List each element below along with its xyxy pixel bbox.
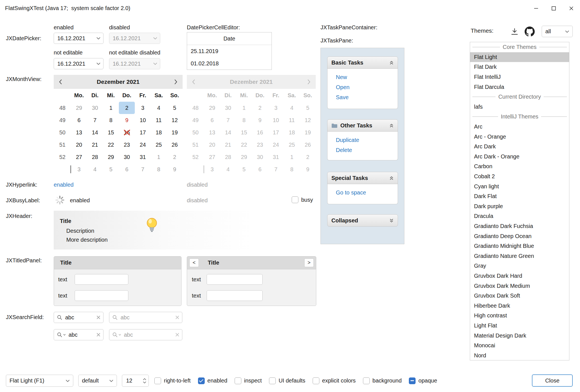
calendar-day[interactable]: 22 xyxy=(103,139,119,151)
theme-item[interactable]: Arc Dark xyxy=(470,142,569,152)
next-month-button[interactable] xyxy=(174,79,178,85)
calendar-day[interactable]: 2 xyxy=(119,102,135,114)
calendar-day[interactable]: 13 xyxy=(71,126,87,139)
calendar-day[interactable]: 15 xyxy=(103,126,119,139)
theme-list[interactable]: Core ThemesFlat LightFlat DarkFlat Intel… xyxy=(470,42,569,360)
checkbox-ui-defaults-wrap[interactable]: UI defaults xyxy=(269,377,305,384)
clear-icon[interactable] xyxy=(96,315,100,319)
calendar-day[interactable]: 1 xyxy=(151,151,167,163)
calendar-day[interactable]: 7 xyxy=(87,114,103,126)
chevron-up-icon[interactable] xyxy=(143,378,146,380)
search-dropdown-icon[interactable] xyxy=(57,332,66,338)
text-input[interactable] xyxy=(207,290,263,301)
prev-month-button[interactable] xyxy=(59,79,62,85)
calendar-day[interactable]: 4 xyxy=(87,163,103,175)
calendar-day[interactable]: 28 xyxy=(87,151,103,163)
font-size-spinner[interactable]: 12 xyxy=(122,375,149,387)
taskpane-header[interactable]: Special Tasks xyxy=(327,172,398,184)
text-input[interactable] xyxy=(75,274,128,285)
calendar-day[interactable]: 27 xyxy=(71,151,87,163)
chevron-double-up-icon[interactable] xyxy=(389,176,394,180)
chevron-down-icon[interactable] xyxy=(143,381,146,383)
calendar-day[interactable]: 20 xyxy=(71,139,87,151)
calendar-day[interactable]: 23 xyxy=(119,139,135,151)
explicit-colors-checkbox[interactable] xyxy=(313,377,319,384)
calendar-day[interactable]: 17 xyxy=(135,126,151,139)
theme-item[interactable]: Dracula xyxy=(470,211,569,221)
calendar-day[interactable]: 16 xyxy=(119,126,135,139)
calendar-day[interactable]: 11 xyxy=(151,114,167,126)
calendar-day[interactable]: 26 xyxy=(167,139,183,151)
theme-item[interactable]: Nord xyxy=(470,350,569,360)
checkbox-explicit-colors-wrap[interactable]: explicit colors xyxy=(313,377,356,384)
chevron-down-icon[interactable] xyxy=(94,63,103,65)
theme-item[interactable]: Flat Dark xyxy=(470,62,569,72)
calendar-day[interactable]: 19 xyxy=(167,126,183,139)
theme-item[interactable]: Light Flat xyxy=(470,321,569,331)
theme-item[interactable]: Material Design Dark xyxy=(470,331,569,341)
themes-filter-combo[interactable]: all xyxy=(542,26,573,37)
clear-icon[interactable] xyxy=(96,333,100,337)
taskpane-header[interactable]: Basic Tasks xyxy=(327,56,398,69)
text-input[interactable] xyxy=(75,290,128,301)
theme-item[interactable]: Gradianto Deep Ocean xyxy=(470,231,569,241)
theme-item[interactable]: Cyan light xyxy=(470,181,569,191)
task-link-go-to-space[interactable]: Go to space xyxy=(336,187,398,198)
calendar-day[interactable]: 30 xyxy=(119,151,135,163)
maximize-button[interactable] xyxy=(545,0,562,16)
calendar-day[interactable]: 12 xyxy=(167,114,183,126)
task-link-delete[interactable]: Delete xyxy=(336,145,398,155)
searchfield-2[interactable]: abc xyxy=(109,312,182,323)
close-window-button[interactable] xyxy=(562,0,580,16)
calendar-day[interactable]: 30 xyxy=(87,102,103,114)
calendar-day[interactable]: 6 xyxy=(71,114,87,126)
laf-combo[interactable]: Flat Light (F1) xyxy=(6,375,73,387)
theme-item[interactable]: High contrast xyxy=(470,311,569,321)
theme-item[interactable]: Dark purple xyxy=(470,201,569,212)
task-link-open[interactable]: Open xyxy=(336,82,398,92)
calendar-day[interactable]: 24 xyxy=(135,139,151,151)
close-dialog-button[interactable]: Close xyxy=(532,374,573,387)
minimize-button[interactable] xyxy=(527,0,545,16)
clear-icon[interactable] xyxy=(175,333,179,337)
busy-checkbox[interactable] xyxy=(292,196,298,203)
calendar-day[interactable]: 21 xyxy=(87,139,103,151)
enabled-checkbox[interactable] xyxy=(198,377,205,384)
theme-item[interactable]: Flat Light xyxy=(470,52,569,62)
chevron-double-down-icon[interactable] xyxy=(389,218,394,223)
spinner-buttons[interactable] xyxy=(143,378,146,383)
busy-checkbox-wrap[interactable]: busy xyxy=(292,196,313,203)
text-input[interactable] xyxy=(207,274,263,285)
table-row[interactable]: 25.11.2019 xyxy=(187,45,272,57)
calendar-day[interactable]: 4 xyxy=(151,102,167,114)
theme-item[interactable]: Hiberbee Dark xyxy=(470,301,569,311)
font-family-combo[interactable]: default xyxy=(78,375,117,387)
theme-item[interactable]: Monocai xyxy=(470,341,569,351)
theme-item[interactable]: Gruvbox Dark Soft xyxy=(470,291,569,301)
theme-item[interactable]: Gradianto Dark Fuchsia xyxy=(470,221,569,231)
theme-item[interactable]: Arc xyxy=(470,122,569,132)
calendar-day[interactable]: 14 xyxy=(87,126,103,139)
searchfield-4[interactable]: abc xyxy=(109,329,182,340)
calendar-day[interactable]: 10 xyxy=(135,114,151,126)
hyperlink-enabled[interactable]: enabled xyxy=(54,182,74,188)
table-row[interactable]: 01.02.2018 xyxy=(187,57,272,70)
datepicker-enabled[interactable]: 16.12.2021 xyxy=(54,33,103,44)
chevron-down-icon[interactable] xyxy=(94,37,103,39)
calendar-day[interactable]: 8 xyxy=(103,114,119,126)
datepicker-not-editable[interactable]: 16.12.2021 xyxy=(54,58,103,69)
theme-item[interactable]: Dark Flat xyxy=(470,191,569,201)
titledpanel-right-button[interactable]: > xyxy=(304,258,314,267)
clear-icon[interactable] xyxy=(175,315,179,319)
calendar-day[interactable]: 3 xyxy=(135,102,151,114)
calendar-day[interactable]: 5 xyxy=(167,102,183,114)
calendar-day[interactable]: 25 xyxy=(151,139,167,151)
taskpane-header[interactable]: Other Tasks xyxy=(327,119,398,132)
theme-item[interactable]: Gray xyxy=(470,261,569,271)
theme-item[interactable]: Gradianto Midnight Blue xyxy=(470,241,569,251)
searchfield-3[interactable]: abc xyxy=(54,329,103,340)
calendar-day[interactable]: 5 xyxy=(103,163,119,175)
inspect-checkbox[interactable] xyxy=(235,377,241,384)
calendar-day[interactable]: 29 xyxy=(103,151,119,163)
background-checkbox[interactable] xyxy=(363,377,370,384)
